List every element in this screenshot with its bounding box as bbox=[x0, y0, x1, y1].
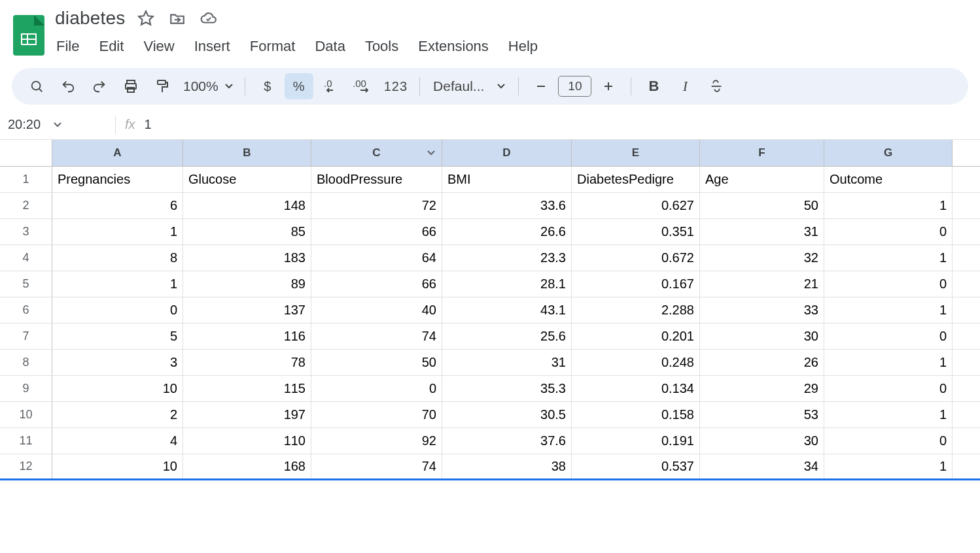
data-cell[interactable]: 1 bbox=[824, 402, 953, 427]
data-cell[interactable]: 137 bbox=[183, 297, 311, 323]
data-cell[interactable]: 50 bbox=[311, 350, 442, 375]
font-family-select[interactable]: Defaul... bbox=[428, 73, 510, 99]
format-currency-button[interactable]: $ bbox=[253, 73, 282, 99]
menu-format[interactable]: Format bbox=[249, 35, 297, 58]
data-cell[interactable]: 148 bbox=[183, 193, 311, 218]
data-cell[interactable]: 0 bbox=[52, 297, 183, 323]
row-header[interactable]: 8 bbox=[0, 350, 52, 375]
data-cell[interactable]: 5 bbox=[52, 324, 183, 349]
header-cell[interactable]: BMI bbox=[442, 167, 572, 192]
name-box[interactable]: 20:20 bbox=[8, 117, 106, 132]
data-cell[interactable]: 64 bbox=[311, 245, 442, 271]
data-cell[interactable]: 116 bbox=[183, 324, 311, 349]
data-cell[interactable]: 74 bbox=[311, 324, 442, 349]
print-icon[interactable] bbox=[116, 73, 145, 99]
data-cell[interactable]: 66 bbox=[311, 271, 442, 297]
data-cell[interactable]: 0.134 bbox=[572, 376, 700, 401]
column-header-B[interactable]: B bbox=[183, 140, 311, 166]
data-cell[interactable]: 40 bbox=[311, 297, 442, 323]
data-cell[interactable]: 37.6 bbox=[442, 428, 572, 454]
data-cell[interactable]: 53 bbox=[700, 402, 824, 427]
font-size-input[interactable]: 10 bbox=[558, 76, 591, 97]
formula-input[interactable]: 1 bbox=[145, 117, 152, 132]
data-cell[interactable]: 70 bbox=[311, 402, 442, 427]
data-cell[interactable]: 26.6 bbox=[442, 219, 572, 244]
column-header-A[interactable]: A bbox=[52, 140, 183, 166]
data-cell[interactable]: 0 bbox=[824, 428, 953, 454]
format-percent-button[interactable]: % bbox=[285, 73, 313, 99]
data-cell[interactable]: 30.5 bbox=[442, 402, 572, 427]
data-cell[interactable]: 25.6 bbox=[442, 324, 572, 349]
data-cell[interactable]: 30 bbox=[700, 324, 824, 349]
search-icon[interactable] bbox=[22, 73, 51, 99]
data-cell[interactable]: 89 bbox=[183, 271, 311, 297]
menu-edit[interactable]: Edit bbox=[97, 35, 125, 58]
data-cell[interactable]: 3 bbox=[52, 350, 183, 375]
data-cell[interactable]: 0 bbox=[824, 271, 953, 297]
row-header[interactable]: 7 bbox=[0, 324, 52, 349]
data-cell[interactable]: 2 bbox=[52, 402, 183, 427]
data-cell[interactable]: 33 bbox=[700, 297, 824, 323]
row-header[interactable]: 10 bbox=[0, 402, 52, 427]
column-header-G[interactable]: G bbox=[824, 140, 953, 166]
data-cell[interactable]: 34 bbox=[700, 454, 824, 478]
data-cell[interactable]: 4 bbox=[52, 428, 183, 454]
data-cell[interactable]: 30 bbox=[700, 428, 824, 454]
row-header[interactable]: 3 bbox=[0, 219, 52, 244]
data-cell[interactable]: 8 bbox=[52, 245, 183, 271]
data-cell[interactable]: 72 bbox=[311, 193, 442, 218]
data-cell[interactable]: 0.158 bbox=[572, 402, 700, 427]
data-cell[interactable]: 0.167 bbox=[572, 271, 700, 297]
menu-tools[interactable]: Tools bbox=[364, 35, 400, 58]
row-header[interactable]: 1 bbox=[0, 167, 52, 192]
document-title[interactable]: diabetes bbox=[55, 8, 125, 29]
data-cell[interactable]: 33.6 bbox=[442, 193, 572, 218]
data-cell[interactable]: 32 bbox=[700, 245, 824, 271]
data-cell[interactable]: 28.1 bbox=[442, 271, 572, 297]
data-cell[interactable]: 21 bbox=[700, 271, 824, 297]
data-cell[interactable]: 31 bbox=[442, 350, 572, 375]
menu-view[interactable]: View bbox=[142, 35, 175, 58]
header-cell[interactable]: Age bbox=[700, 167, 824, 192]
row-header[interactable]: 6 bbox=[0, 297, 52, 323]
data-cell[interactable]: 1 bbox=[824, 245, 953, 271]
header-cell[interactable]: Pregnancies bbox=[52, 167, 183, 192]
row-header[interactable]: 5 bbox=[0, 271, 52, 297]
header-cell[interactable]: DiabetesPedigre bbox=[572, 167, 700, 192]
menu-insert[interactable]: Insert bbox=[193, 35, 232, 58]
data-cell[interactable]: 92 bbox=[311, 428, 442, 454]
data-cell[interactable]: 0.627 bbox=[572, 193, 700, 218]
data-cell[interactable]: 2.288 bbox=[572, 297, 700, 323]
column-header-D[interactable]: D bbox=[442, 140, 572, 166]
data-cell[interactable]: 0 bbox=[311, 376, 442, 401]
column-header-F[interactable]: F bbox=[700, 140, 824, 166]
row-header[interactable]: 9 bbox=[0, 376, 52, 401]
decrease-decimal-button[interactable]: .0 bbox=[316, 73, 345, 99]
column-header-C[interactable]: C bbox=[311, 140, 442, 166]
cloud-saved-icon[interactable] bbox=[198, 8, 219, 29]
data-cell[interactable]: 1 bbox=[52, 271, 183, 297]
data-cell[interactable]: 115 bbox=[183, 376, 311, 401]
data-cell[interactable]: 78 bbox=[183, 350, 311, 375]
data-cell[interactable]: 1 bbox=[824, 454, 953, 478]
column-header-E[interactable]: E bbox=[572, 140, 700, 166]
data-cell[interactable]: 1 bbox=[52, 219, 183, 244]
data-cell[interactable]: 10 bbox=[52, 376, 183, 401]
data-cell[interactable]: 0 bbox=[824, 219, 953, 244]
data-cell[interactable]: 50 bbox=[700, 193, 824, 218]
data-cell[interactable]: 26 bbox=[700, 350, 824, 375]
data-cell[interactable]: 38 bbox=[442, 454, 572, 478]
select-all-corner[interactable] bbox=[0, 140, 52, 166]
data-cell[interactable]: 6 bbox=[52, 193, 183, 218]
strikethrough-button[interactable] bbox=[702, 73, 731, 99]
data-cell[interactable]: 0.537 bbox=[572, 454, 700, 478]
redo-icon[interactable] bbox=[85, 73, 114, 99]
data-cell[interactable]: 0 bbox=[824, 324, 953, 349]
paint-format-icon[interactable] bbox=[148, 73, 177, 99]
data-cell[interactable]: 0 bbox=[824, 376, 953, 401]
data-cell[interactable]: 66 bbox=[311, 219, 442, 244]
data-cell[interactable]: 168 bbox=[183, 454, 311, 478]
menu-extensions[interactable]: Extensions bbox=[417, 35, 490, 58]
menu-data[interactable]: Data bbox=[313, 35, 346, 58]
increase-decimal-button[interactable]: .00 bbox=[347, 73, 377, 99]
